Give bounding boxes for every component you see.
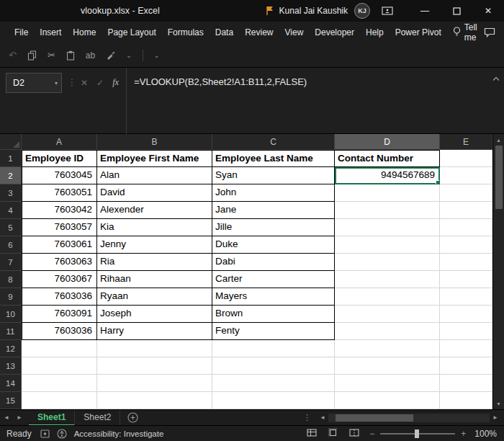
zoom-in-icon[interactable]: + (461, 429, 466, 439)
zoom-slider[interactable]: − + (369, 429, 466, 439)
flag-icon[interactable] (265, 6, 274, 16)
find-replace-icon[interactable]: ab (86, 51, 95, 60)
cell-D4[interactable] (335, 202, 440, 219)
cell-C14[interactable] (212, 375, 335, 392)
row-header-9[interactable]: 9 (0, 288, 22, 306)
cell-A13[interactable] (22, 357, 97, 375)
format-painter-icon[interactable] (106, 50, 115, 60)
cell-D3[interactable] (335, 184, 440, 202)
cell-E6[interactable] (440, 236, 492, 254)
cell-E11[interactable] (440, 323, 492, 340)
cell-B15[interactable] (97, 392, 212, 409)
name-box-dropdown-icon[interactable]: ▾ (55, 80, 58, 86)
cell-E3[interactable] (440, 184, 492, 202)
vertical-scrollbar[interactable]: ▲ ▼ (492, 134, 504, 409)
menu-item-data[interactable]: Data (210, 22, 239, 43)
zoom-level[interactable]: 100% (474, 429, 504, 439)
cell-A4[interactable]: 7603042 (22, 202, 97, 219)
cell-C12[interactable] (212, 340, 335, 357)
cell-E1[interactable] (440, 150, 492, 167)
chevron-down-icon[interactable]: ⌄ (126, 52, 132, 59)
cell-E9[interactable] (440, 288, 492, 306)
undo-icon[interactable]: ↶ (9, 50, 17, 60)
selected-cell-D2[interactable]: 9494567689 (335, 167, 440, 184)
menu-item-help[interactable]: Help (360, 22, 390, 43)
column-header-D[interactable]: D (335, 134, 440, 150)
cell-B14[interactable] (97, 375, 212, 392)
cell-B13[interactable] (97, 357, 212, 375)
row-header-3[interactable]: 3 (0, 184, 22, 202)
row-header-1[interactable]: 1 (0, 150, 22, 167)
cell-D14[interactable] (335, 375, 440, 392)
cell-B7[interactable]: Ria (97, 254, 212, 271)
cell-E4[interactable] (440, 202, 492, 219)
sheet-options-icon[interactable]: ⋮ (303, 413, 311, 422)
row-header-6[interactable]: 6 (0, 236, 22, 254)
zoom-track[interactable] (380, 433, 455, 435)
row-header-11[interactable]: 11 (0, 323, 22, 340)
sheet-tab-sheet1[interactable]: Sheet1 (29, 410, 75, 426)
cell-D13[interactable] (335, 357, 440, 375)
column-header-C[interactable]: C (212, 134, 335, 150)
vscroll-up-icon[interactable]: ▲ (493, 134, 504, 146)
menu-item-home[interactable]: Home (67, 22, 102, 43)
menu-item-view[interactable]: View (279, 22, 310, 43)
cell-A12[interactable] (22, 340, 97, 357)
select-all-corner[interactable] (0, 134, 22, 150)
page-layout-view-icon[interactable] (328, 428, 338, 439)
cell-D8[interactable] (335, 271, 440, 288)
cell-E8[interactable] (440, 271, 492, 288)
column-header-E[interactable]: E (440, 134, 492, 150)
row-header-10[interactable]: 10 (0, 306, 22, 323)
hscroll-left-icon[interactable]: ◄ (317, 414, 328, 421)
row-header-15[interactable]: 15 (0, 392, 22, 409)
cell-C7[interactable]: Dabi (212, 254, 335, 271)
cell-A15[interactable] (22, 392, 97, 409)
cell-C13[interactable] (212, 357, 335, 375)
cell-B9[interactable]: Ryaan (97, 288, 212, 306)
menu-item-developer[interactable]: Developer (309, 22, 360, 43)
cell-A9[interactable]: 7603036 (22, 288, 97, 306)
cell-A7[interactable]: 7603063 (22, 254, 97, 271)
zoom-out-icon[interactable]: − (369, 429, 374, 439)
cell-B6[interactable]: Jenny (97, 236, 212, 254)
minimize-button[interactable]: — (409, 0, 441, 22)
cell-E14[interactable] (440, 375, 492, 392)
sheet-nav-left-icon[interactable]: ◄ (0, 414, 13, 421)
cell-C11[interactable]: Fenty (212, 323, 335, 340)
row-header-13[interactable]: 13 (0, 357, 22, 375)
row-header-7[interactable]: 7 (0, 254, 22, 271)
cell-B1[interactable]: Employee First Name (97, 150, 212, 167)
cell-C3[interactable]: John (212, 184, 335, 202)
cell-A3[interactable]: 7603051 (22, 184, 97, 202)
copy-icon[interactable] (27, 50, 37, 61)
cell-C4[interactable]: Jane (212, 202, 335, 219)
cell-E10[interactable] (440, 306, 492, 323)
cell-B3[interactable]: David (97, 184, 212, 202)
tell-me[interactable]: Tell me (447, 22, 484, 43)
cell-D7[interactable] (335, 254, 440, 271)
row-header-2[interactable]: 2 (0, 167, 22, 184)
cell-E7[interactable] (440, 254, 492, 271)
cell-C6[interactable]: Duke (212, 236, 335, 254)
cell-D6[interactable] (335, 236, 440, 254)
cell-D15[interactable] (335, 392, 440, 409)
menu-item-page-layout[interactable]: Page Layout (102, 22, 161, 43)
column-header-B[interactable]: B (97, 134, 212, 150)
cell-D10[interactable] (335, 306, 440, 323)
menu-item-file[interactable]: File (9, 22, 34, 43)
zoom-thumb[interactable] (415, 429, 419, 438)
cell-C8[interactable]: Carter (212, 271, 335, 288)
name-box-resize-handle[interactable]: ⋮ (68, 77, 76, 87)
cell-B10[interactable]: Joseph (97, 306, 212, 323)
cut-icon[interactable]: ✂ (48, 50, 55, 60)
row-header-4[interactable]: 4 (0, 202, 22, 219)
menu-item-formulas[interactable]: Formulas (162, 22, 210, 43)
cancel-icon[interactable]: ✕ (81, 78, 88, 88)
new-sheet-button[interactable] (127, 412, 138, 423)
row-header-8[interactable]: 8 (0, 271, 22, 288)
menu-item-review[interactable]: Review (239, 22, 279, 43)
accessibility-icon[interactable] (57, 429, 67, 439)
cell-B4[interactable]: Alexender (97, 202, 212, 219)
cell-A11[interactable]: 7603036 (22, 323, 97, 340)
